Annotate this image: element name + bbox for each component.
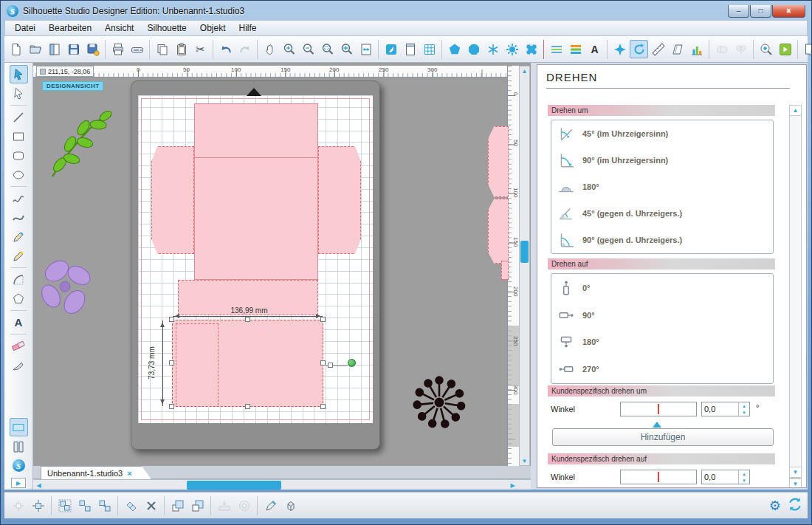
rotation-handle[interactable] (348, 359, 356, 367)
spin-down-icon[interactable]: ▼ (739, 477, 749, 484)
zoom-out-icon[interactable] (299, 40, 317, 58)
object-stats-icon[interactable] (687, 40, 706, 58)
save-icon[interactable] (64, 40, 83, 58)
angle-spinner-2[interactable]: ▲ ▼ (738, 470, 749, 484)
weld-shapes-icon[interactable] (122, 496, 140, 515)
angle-spinner[interactable]: ▲ ▼ (738, 402, 749, 416)
angle-slider[interactable] (620, 402, 697, 416)
scroll-left-icon[interactable]: ◀ (34, 481, 44, 490)
offcanvas-flap-top[interactable] (488, 126, 509, 197)
smooth-freehand-tool-icon[interactable] (10, 208, 28, 227)
add-button[interactable]: Hinzufügen (552, 428, 774, 446)
open-file-icon[interactable] (26, 40, 44, 58)
arc-tool-icon[interactable] (10, 270, 28, 289)
slider-marker[interactable] (653, 417, 661, 428)
box-template-left-flap[interactable] (151, 146, 194, 254)
grid-settings-icon[interactable] (420, 40, 438, 58)
preview-icon[interactable] (776, 40, 794, 58)
pentagon-shape-icon[interactable] (445, 40, 464, 58)
cut-scissors-icon[interactable]: ✂ (191, 40, 210, 58)
store-icon[interactable]: S (10, 456, 28, 475)
point-edit-tool-icon[interactable] (10, 84, 28, 103)
toolbar-expand-icon[interactable]: ▶ (11, 478, 26, 488)
knife-tool-icon[interactable] (10, 356, 28, 374)
selection-handle[interactable] (328, 363, 333, 368)
sync-icon[interactable] (787, 496, 803, 515)
freehand-tool-icon[interactable] (10, 189, 28, 207)
save-as-icon[interactable] (83, 40, 102, 58)
panel-scroll-down-icon[interactable]: ▼ (789, 467, 802, 478)
rotate-90-ccw-item[interactable]: 90° (gegen d. Uhrzeigers.) (551, 227, 773, 253)
angle-input[interactable] (702, 402, 738, 416)
print-icon[interactable] (109, 40, 127, 58)
cut-settings-icon[interactable] (382, 40, 400, 58)
selection-handle[interactable] (245, 404, 250, 409)
page-tools-icon[interactable] (801, 40, 812, 58)
ungroup-icon[interactable] (75, 496, 94, 515)
rotate-to-180-item[interactable]: 180° (551, 329, 773, 355)
zoom-in-icon[interactable] (280, 40, 298, 58)
snowflake-shape-icon[interactable] (484, 40, 502, 58)
settings-gear-icon[interactable]: ⚙ (769, 498, 781, 514)
document-tab[interactable]: Unbenannt-1.studio3 × (41, 466, 151, 479)
close-button[interactable]: × (772, 5, 805, 18)
spin-up-icon[interactable]: ▲ (739, 402, 749, 409)
rotate-180-item[interactable]: 180° (551, 174, 773, 199)
undo-icon[interactable] (216, 40, 235, 58)
panel-page-down-icon[interactable]: ▼ (789, 478, 802, 488)
extrude-icon[interactable] (281, 496, 300, 515)
offcanvas-flap-bottom[interactable] (488, 199, 509, 264)
transform-icon[interactable] (610, 40, 629, 58)
center-to-page-icon[interactable] (29, 496, 47, 515)
delete-icon[interactable] (142, 496, 160, 515)
paste-icon[interactable] (172, 40, 190, 58)
angle-slider-2[interactable] (620, 470, 697, 484)
open-library-icon[interactable] (45, 40, 63, 58)
selection-handle[interactable] (320, 404, 326, 409)
horizontal-scrollbar[interactable]: ◀ ▶ (33, 479, 531, 490)
bring-to-front-icon[interactable] (168, 496, 187, 515)
flower-shape[interactable] (36, 253, 98, 324)
send-to-back-icon[interactable] (188, 496, 207, 515)
title-bar[interactable]: S Silhouette Studio Designer Edition: Un… (4, 3, 808, 19)
drag-zoom-icon[interactable] (337, 40, 356, 58)
fill-style-icon[interactable] (566, 40, 585, 58)
select-tool-icon[interactable] (10, 65, 28, 83)
spin-up-icon[interactable]: ▲ (739, 470, 749, 477)
ellipse-tool-icon[interactable] (10, 165, 28, 184)
tab-close-icon[interactable]: × (127, 469, 131, 478)
highlighter-tool-icon[interactable] (10, 247, 28, 265)
page-view-icon[interactable] (10, 418, 28, 436)
text-tool-icon[interactable]: A (10, 313, 28, 332)
line-style-icon[interactable] (547, 40, 565, 58)
text-style-icon[interactable]: A (585, 40, 604, 58)
menu-silhouette[interactable]: Silhouette (140, 21, 193, 35)
selection-handle[interactable] (169, 317, 174, 322)
selection-handle[interactable] (169, 360, 174, 366)
box-template-main-panel[interactable] (194, 157, 318, 280)
maximize-button[interactable]: □ (750, 5, 771, 18)
box-template-top-panel[interactable] (194, 103, 318, 158)
angle-input-2[interactable] (702, 470, 738, 484)
menu-bearbeiten[interactable]: Bearbeiten (42, 21, 98, 35)
panel-scroll-up-icon[interactable]: ▲ (789, 105, 802, 116)
vertical-scrollbar[interactable]: ▲ ▼ (519, 66, 530, 466)
scroll-right-icon[interactable]: ▶ (508, 481, 517, 490)
library-view-icon[interactable] (10, 437, 28, 456)
eraser-tool-icon[interactable] (10, 337, 28, 355)
send-to-silhouette-icon[interactable] (128, 40, 146, 58)
selection-handle[interactable] (245, 317, 250, 322)
scallop-square-shape-icon[interactable] (522, 40, 540, 58)
scale-tool-icon[interactable] (649, 40, 667, 58)
rotate-to-90-item[interactable]: 90° (551, 302, 773, 328)
spin-down-icon[interactable]: ▼ (739, 409, 749, 416)
vertical-scroll-thumb[interactable] (520, 241, 529, 263)
menu-ansicht[interactable]: Ansicht (98, 21, 140, 35)
scroll-up-icon[interactable]: ▲ (520, 66, 529, 75)
menu-hilfe[interactable]: Hilfe (232, 21, 263, 35)
minimize-button[interactable]: – (728, 5, 749, 18)
scroll-down-icon[interactable]: ▼ (520, 456, 529, 465)
starburst-shape[interactable] (408, 371, 470, 433)
octagon-shape-icon[interactable] (464, 40, 483, 58)
rectangle-tool-icon[interactable] (10, 127, 28, 145)
